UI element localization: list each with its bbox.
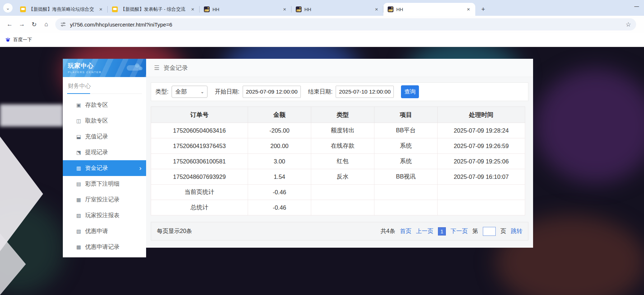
type-cell: 额度转出 <box>311 123 374 138</box>
prev-page-link[interactable]: 上一页 <box>416 228 433 235</box>
sidebar-item-label: 资金记录 <box>85 165 108 172</box>
end-date-label: 结束日期: <box>308 88 332 96</box>
hh-favicon <box>388 6 393 12</box>
url-text[interactable]: yl756.com/hhcp/usercenter.html?iniType=6 <box>70 22 172 28</box>
sidebar-item-fund-records[interactable]: ▥ 资金记录 › <box>63 160 146 176</box>
order-id-cell: 1752060419376453 <box>151 138 248 154</box>
tab-close-icon[interactable]: × <box>465 6 472 13</box>
total-count: 共4条 <box>381 228 395 235</box>
time-cell: 2025-07-09 19:25:06 <box>438 154 525 169</box>
screen: ⌄ 【新提醒】海燕策略论坛综合交 × 【新提醒】发表帖子 - 综合交流 × HH… <box>0 0 644 295</box>
sidebar-section-finance: 财务中心 <box>67 77 142 94</box>
summary-label: 当前页统计 <box>151 185 248 200</box>
summary-label: 总统计 <box>151 200 248 215</box>
query-button[interactable]: 查询 <box>401 85 419 98</box>
browser-tab-hh-2[interactable]: HH × <box>291 3 383 16</box>
next-page-link[interactable]: 下一页 <box>451 228 468 235</box>
type-cell: 红包 <box>311 154 374 169</box>
tabs: 【新提醒】海燕策略论坛综合交 × 【新提醒】发表帖子 - 综合交流 × HH ×… <box>16 3 488 16</box>
table-row: 1752048607693929 1.54 反水 BB视讯 2025-07-09… <box>151 169 525 185</box>
time-cell: 2025-07-09 19:28:24 <box>438 123 525 138</box>
sidebar-item-lottery-bet-details[interactable]: ▤ 彩票下注明细 <box>63 176 146 192</box>
project-cell: 系统 <box>374 154 438 169</box>
sidebar-item-label: 取款专区 <box>85 117 108 125</box>
tab-search-button[interactable]: ⌄ <box>3 3 13 13</box>
type-label: 类型: <box>155 88 168 96</box>
minimize-button[interactable]: — <box>634 4 639 9</box>
deposit-icon: ▣ <box>75 102 83 108</box>
sidebar-menu: ▣ 存款专区 ◫ 取款专区 ⬓ 充值记录 ⬔ 提现记录 ▥ 资金记录 <box>63 97 146 255</box>
project-cell: BB平台 <box>374 123 438 138</box>
forum-favicon <box>20 6 26 12</box>
sidebar-item-deposit-zone[interactable]: ▣ 存款专区 <box>63 97 146 113</box>
col-order-id: 订单号 <box>151 107 248 123</box>
pagination-controls: 共4条 首页 上一页 1 下一页 第 页 跳转 <box>381 227 522 236</box>
browser-tab-strip: ⌄ 【新提醒】海燕策略论坛综合交 × 【新提醒】发表帖子 - 综合交流 × HH… <box>0 0 644 16</box>
col-project: 项目 <box>374 107 438 123</box>
sidebar-item-recharge-records[interactable]: ⬓ 充值记录 <box>63 129 146 144</box>
order-id-cell: 1752060504063416 <box>151 123 248 138</box>
withdrawal-record-icon: ⬔ <box>75 149 83 155</box>
col-amount: 金额 <box>248 107 311 123</box>
empty-cell <box>374 185 438 200</box>
current-page-indicator[interactable]: 1 <box>438 227 446 235</box>
empty-cell <box>438 185 525 200</box>
jump-link[interactable]: 跳转 <box>511 228 522 235</box>
project-cell: BB视讯 <box>374 169 438 185</box>
sidebar-title: 玩家中心 <box>68 62 146 70</box>
end-date-input[interactable] <box>336 86 394 98</box>
forward-button[interactable]: → <box>16 18 28 30</box>
hh-favicon <box>296 6 302 12</box>
pagination-bar: 每页显示20条 共4条 首页 上一页 1 下一页 第 页 跳转 <box>151 222 528 241</box>
back-button[interactable]: ← <box>4 18 16 30</box>
table-row: 1752060504063416 -205.00 额度转出 BB平台 2025-… <box>151 123 525 138</box>
order-id-cell: 1752060306100581 <box>151 154 248 169</box>
new-tab-button[interactable]: + <box>478 4 488 14</box>
tab-title: HH <box>213 7 279 12</box>
reload-button[interactable]: ↻ <box>28 18 40 30</box>
sidebar-item-promo-apply-records[interactable]: ▩ 优惠申请记录 <box>63 239 146 255</box>
time-cell: 2025-07-09 19:26:59 <box>438 138 525 154</box>
sidebar-item-hall-bet-records[interactable]: ▦ 厅室投注记录 <box>63 192 146 208</box>
browser-tab-hh-active[interactable]: HH × <box>383 3 475 16</box>
sidebar-subtitle: PLAYERS CENTER <box>68 71 146 74</box>
sidebar-item-promo-apply[interactable]: ▧ 优惠申请 <box>63 223 146 239</box>
type-cell: 反水 <box>311 169 374 185</box>
start-date-input[interactable] <box>243 86 301 98</box>
home-button[interactable]: ⌂ <box>40 18 52 30</box>
bookmark-star-icon[interactable]: ☆ <box>626 21 631 28</box>
address-bar[interactable]: yl756.com/hhcp/usercenter.html?iniType=6… <box>55 18 636 30</box>
type-cell: 在线存款 <box>311 138 374 154</box>
tab-close-icon[interactable]: × <box>281 6 288 13</box>
sidebar-header: 玩家中心 PLAYERS CENTER <box>63 59 146 77</box>
sidebar-item-player-bet-report[interactable]: ▨ 玩家投注报表 <box>63 208 146 223</box>
browser-tab-forum-2[interactable]: 【新提醒】发表帖子 - 综合交流 × <box>108 3 200 16</box>
empty-cell <box>311 200 374 215</box>
lottery-detail-icon: ▤ <box>75 181 83 187</box>
table-summary-row-total: 总统计 -0.46 <box>151 200 525 215</box>
tab-close-icon[interactable]: × <box>98 6 104 13</box>
sidebar-item-withdraw-zone[interactable]: ◫ 取款专区 <box>63 113 146 129</box>
recharge-record-icon: ⬓ <box>75 134 83 139</box>
tab-close-icon[interactable]: × <box>190 6 196 13</box>
promo-record-icon: ▩ <box>75 244 83 250</box>
sidebar-item-withdrawal-records[interactable]: ⬔ 提现记录 <box>63 144 146 160</box>
jump-label-pre: 第 <box>472 228 478 235</box>
bookmark-baidu[interactable]: 百度一下 <box>5 37 32 43</box>
page-number-input[interactable] <box>483 227 496 236</box>
time-cell: 2025-07-09 16:10:07 <box>438 169 525 185</box>
tab-close-icon[interactable]: × <box>373 6 380 13</box>
browser-tab-forum-1[interactable]: 【新提醒】海燕策略论坛综合交 × <box>16 3 108 16</box>
background-art <box>0 104 63 127</box>
sidebar-item-label: 优惠申请记录 <box>85 243 120 251</box>
browser-tab-hh-1[interactable]: HH × <box>200 3 291 16</box>
sidebar-item-label: 充值记录 <box>85 133 108 141</box>
chevron-right-icon: › <box>139 164 141 172</box>
background-art <box>535 68 644 183</box>
table-row: 1752060306100581 3.00 红包 系统 2025-07-09 1… <box>151 154 525 169</box>
site-settings-icon[interactable] <box>60 22 66 27</box>
type-select[interactable]: 全部 ⌄ <box>172 86 207 98</box>
jump-label-post: 页 <box>500 228 506 235</box>
bookmarks-bar: 百度一下 <box>0 33 644 47</box>
first-page-link[interactable]: 首页 <box>400 228 411 235</box>
